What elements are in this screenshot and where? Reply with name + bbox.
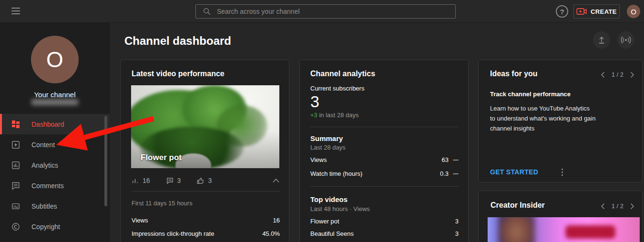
metric-label: Impressions click-through rate [132,230,214,237]
chevron-left-icon[interactable] [601,71,605,78]
sidebar-item-label: Copyright [31,223,60,231]
card-title: Ideas for you [490,70,538,78]
sidebar-item-label: Content [31,141,55,149]
analytics-icon [11,161,20,170]
divider [310,127,459,127]
top-video-title: Beautiful Seens [310,230,354,237]
metric-value: 45.0% [262,230,280,237]
performance-period: First 11 days 15 hours [132,200,193,207]
create-button[interactable]: CREATE [573,4,620,19]
top-videos-period: Last 48 hours · Views [310,205,370,212]
metric-value: 16 [273,217,280,224]
idea-title: Track channel performance [490,91,571,98]
comments-icon [11,182,20,190]
channel-avatar-initial: O [46,47,63,72]
views-count: 16 [143,177,150,184]
creator-insider-card: Creator Insider 1 / 2 [478,191,643,242]
go-live-button[interactable] [617,31,634,49]
content-icon [11,141,20,149]
video-stats-row: 16 3 3 [132,174,280,187]
idea-body: Learn how to use YouTube Analytics to un… [490,103,596,133]
get-started-link[interactable]: GET STARTED [490,168,538,176]
trend-neutral-icon [453,173,459,174]
subscribers-value: 3 [310,92,319,111]
search-icon [203,7,211,16]
channel-analytics-card: Channel analytics Current subscribers 3 … [299,60,469,242]
sidebar-item-content[interactable]: Content [0,134,110,155]
likes-count: 3 [208,177,212,184]
delta-value: +3 [310,111,317,119]
metric-label: Views [132,217,148,224]
search-input[interactable] [217,8,455,15]
collapse-chevron-icon[interactable] [272,178,280,183]
upload-video-button[interactable] [593,31,610,49]
topbar: ? CREATE O [0,0,644,23]
card-pager: 1 / 2 [601,71,634,78]
page-title: Channel dashboard [124,34,231,48]
sidebar: O Your channel Dashboard Content [0,23,110,242]
top-video-title: Flower pot [310,218,339,225]
top-video-views: 3 [455,230,459,237]
metric-value: 63 [442,156,449,163]
more-options-icon[interactable] [562,169,563,176]
sidebar-item-label: Dashboard [31,121,64,128]
views-stat: 16 [132,177,150,184]
top-videos-title: Top videos [310,195,348,203]
video-title-overlay: Flower pot [141,153,182,162]
channel-avatar[interactable]: O [31,36,79,83]
pager-label: 1 / 2 [612,71,624,78]
top-video-row[interactable]: Beautiful Seens 3 [310,230,459,237]
sidebar-item-copyright[interactable]: Copyright [0,216,110,237]
bar-chart-icon [132,177,139,184]
sidebar-item-label: Subtitles [31,202,57,210]
comments-stat: 3 [166,177,181,184]
insider-video-thumbnail[interactable] [488,217,640,242]
person-blur [498,217,535,242]
upload-icon [597,35,606,45]
top-video-views: 3 [455,218,459,225]
card-title: Creator Insider [491,201,545,210]
create-label: CREATE [591,8,617,15]
card-title: Latest video performance [132,70,225,78]
sidebar-item-subtitles[interactable]: Subtitles [0,196,110,216]
trend-neutral-icon [453,160,459,161]
top-video-row[interactable]: Flower pot 3 [310,218,459,225]
delta-suffix: in last 28 days [319,111,358,119]
subscribers-label: Current subscribers [310,85,364,92]
chevron-left-icon[interactable] [601,203,605,210]
create-video-icon [576,8,587,15]
avatar-initial: O [631,8,636,16]
comment-icon [166,177,174,184]
summary-period: Last 28 days [310,144,346,151]
metric-label: Watch time (hours) [310,170,362,177]
sidebar-item-comments[interactable]: Comments [0,175,110,196]
ideas-for-you-card: Ideas for you 1 / 2 Track channel perfor… [478,60,643,182]
chevron-right-icon[interactable] [630,71,634,78]
card-pager: 1 / 2 [601,202,634,210]
subscribers-delta: +3 in last 28 days [310,111,359,119]
comments-count: 3 [177,177,181,184]
help-glyph: ? [560,8,564,16]
channel-name-redacted [31,99,78,105]
sidebar-item-label: Comments [31,182,64,190]
metric-row: Views 16 [132,217,280,224]
latest-video-performance-card: Latest video performance Flower pot 16 3 [120,60,289,242]
help-button[interactable]: ? [556,5,568,18]
your-channel-label: Your channel [0,91,110,99]
divider [310,186,459,187]
dashboard-icon [11,120,20,129]
idea-actions: GET STARTED [490,168,563,176]
chevron-right-icon[interactable] [630,203,634,210]
sidebar-item-analytics[interactable]: Analytics [0,155,110,175]
pager-label: 1 / 2 [612,202,624,210]
menu-icon[interactable] [11,8,20,14]
account-avatar[interactable]: O [627,5,640,18]
metric-label: Views [310,156,327,163]
sidebar-item-dashboard[interactable]: Dashboard [0,114,110,134]
channel-search [195,4,456,19]
metric-row: Watch time (hours) 0.3 [310,170,459,177]
sidebar-scrollbar[interactable] [104,116,107,206]
thumbnail-shade [131,131,279,168]
video-thumbnail[interactable]: Flower pot [131,85,279,168]
thumbs-up-icon [197,177,204,184]
